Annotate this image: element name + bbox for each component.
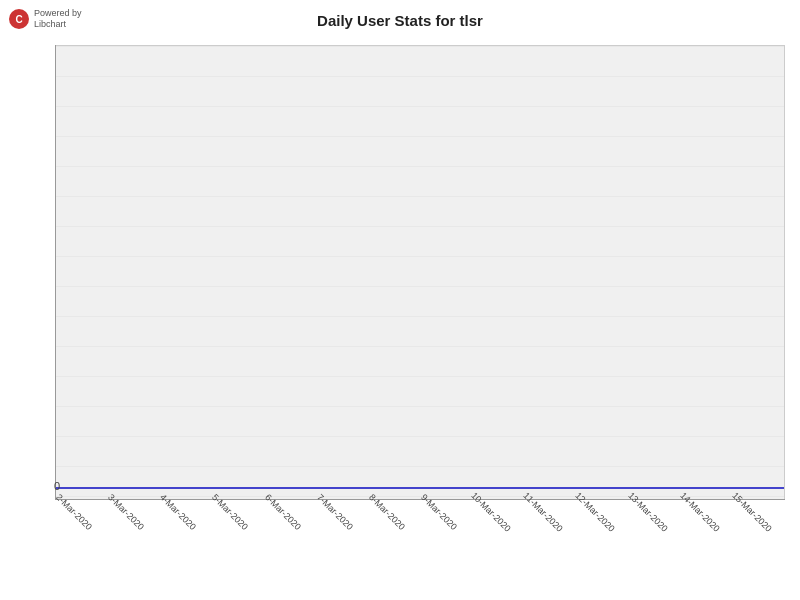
chart-title: Daily User Stats for tlsr: [0, 12, 800, 29]
chart-area: [55, 45, 785, 500]
y-axis: 0: [40, 45, 60, 500]
chart-inner: [56, 46, 784, 499]
x-axis: 2-Mar-20203-Mar-20204-Mar-20205-Mar-2020…: [55, 500, 785, 600]
